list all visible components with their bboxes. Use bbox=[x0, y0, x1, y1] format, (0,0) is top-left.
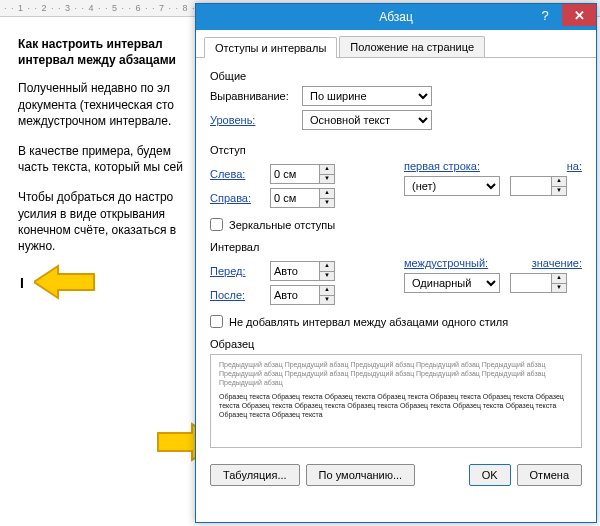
spin-up-icon[interactable]: ▲ bbox=[552, 274, 566, 284]
spin-down-icon[interactable]: ▼ bbox=[552, 284, 566, 293]
line-spacing-label[interactable]: междустрочный: bbox=[404, 257, 488, 269]
spin-up-icon[interactable]: ▲ bbox=[552, 177, 566, 187]
cancel-button[interactable]: Отмена bbox=[517, 464, 582, 486]
spin-down-icon[interactable]: ▼ bbox=[320, 199, 334, 208]
help-button[interactable]: ? bbox=[528, 4, 562, 26]
outline-level-select[interactable]: Основной текст bbox=[302, 110, 432, 130]
close-button[interactable]: ✕ bbox=[562, 4, 596, 26]
dialog-tabs: Отступы и интервалы Положение на страниц… bbox=[196, 30, 596, 58]
first-line-select[interactable]: (нет) bbox=[404, 176, 500, 196]
no-space-same-style-label: Не добавлять интервал между абзацами одн… bbox=[229, 316, 508, 328]
first-line-label[interactable]: первая строка: bbox=[404, 160, 480, 172]
spin-down-icon[interactable]: ▼ bbox=[552, 187, 566, 196]
indent-left-label[interactable]: Слева: bbox=[210, 168, 264, 180]
indent-by-spinner[interactable]: ▲▼ bbox=[510, 176, 567, 196]
group-label-indent: Отступ bbox=[210, 144, 582, 156]
spin-up-icon[interactable]: ▲ bbox=[320, 262, 334, 272]
text-cursor: I bbox=[20, 275, 24, 291]
ok-button[interactable]: OK bbox=[469, 464, 511, 486]
indent-by-input[interactable] bbox=[511, 177, 551, 195]
alignment-label: Выравнивание: bbox=[210, 90, 296, 102]
sample-preview: Предыдущий абзац Предыдущий абзац Предыд… bbox=[210, 354, 582, 448]
outline-level-label[interactable]: Уровень: bbox=[210, 114, 296, 126]
indent-right-input[interactable] bbox=[271, 189, 319, 207]
spin-down-icon[interactable]: ▼ bbox=[320, 272, 334, 281]
spin-up-icon[interactable]: ▲ bbox=[320, 286, 334, 296]
no-space-same-style-checkbox[interactable] bbox=[210, 315, 223, 328]
dialog-button-bar: Табуляция... По умолчанию... OK Отмена bbox=[196, 456, 596, 494]
alignment-select[interactable]: По ширине bbox=[302, 86, 432, 106]
space-after-spinner[interactable]: ▲▼ bbox=[270, 285, 335, 305]
tabs-button[interactable]: Табуляция... bbox=[210, 464, 300, 486]
indent-left-spinner[interactable]: ▲▼ bbox=[270, 164, 335, 184]
space-after-label[interactable]: После: bbox=[210, 289, 264, 301]
spin-down-icon[interactable]: ▼ bbox=[320, 175, 334, 184]
spin-up-icon[interactable]: ▲ bbox=[320, 189, 334, 199]
dialog-titlebar[interactable]: Абзац ? ✕ bbox=[196, 4, 596, 30]
set-default-button[interactable]: По умолчанию... bbox=[306, 464, 416, 486]
line-spacing-value-label[interactable]: значение: bbox=[532, 257, 582, 269]
group-label-sample: Образец bbox=[210, 338, 582, 350]
indent-right-spinner[interactable]: ▲▼ bbox=[270, 188, 335, 208]
space-before-input[interactable] bbox=[271, 262, 319, 280]
spin-down-icon[interactable]: ▼ bbox=[320, 296, 334, 305]
indent-by-label[interactable]: на: bbox=[567, 160, 582, 172]
line-spacing-select[interactable]: Одинарный bbox=[404, 273, 500, 293]
tab-page-position[interactable]: Положение на странице bbox=[339, 36, 485, 57]
indent-left-input[interactable] bbox=[271, 165, 319, 183]
tab-indents-spacing[interactable]: Отступы и интервалы bbox=[204, 37, 337, 58]
sample-current-text: Образец текста Образец текста Образец те… bbox=[219, 393, 573, 419]
space-before-label[interactable]: Перед: bbox=[210, 265, 264, 277]
spin-up-icon[interactable]: ▲ bbox=[320, 165, 334, 175]
line-spacing-at-input[interactable] bbox=[511, 274, 551, 292]
dialog-title: Абзац bbox=[379, 10, 413, 24]
mirror-indents-checkbox[interactable] bbox=[210, 218, 223, 231]
space-before-spinner[interactable]: ▲▼ bbox=[270, 261, 335, 281]
line-spacing-at-spinner[interactable]: ▲▼ bbox=[510, 273, 567, 293]
mirror-indents-label: Зеркальные отступы bbox=[229, 219, 335, 231]
paragraph-dialog: Абзац ? ✕ Отступы и интервалы Положение … bbox=[195, 3, 597, 523]
space-after-input[interactable] bbox=[271, 286, 319, 304]
group-label-general: Общие bbox=[210, 70, 582, 82]
sample-prev-text: Предыдущий абзац Предыдущий абзац Предыд… bbox=[219, 361, 573, 387]
indent-right-label[interactable]: Справа: bbox=[210, 192, 264, 204]
group-label-interval: Интервал bbox=[210, 241, 582, 253]
